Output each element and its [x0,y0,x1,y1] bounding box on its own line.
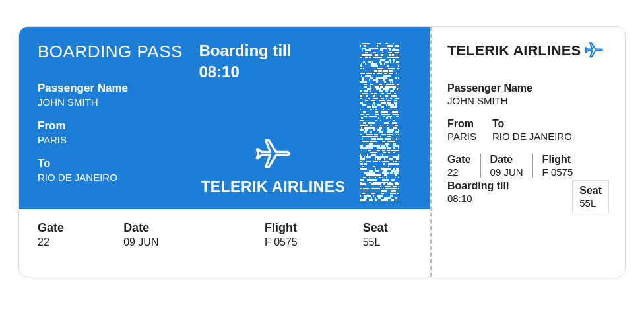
stub-seat-box: Seat 55L [572,180,609,213]
to-label: To [38,157,199,170]
stub-from-field: From PARIS [447,118,492,142]
stub-boarding-till-value: 08:10 [447,193,509,204]
left-column: BOARDING PASS Passenger Name JOHN SMITH … [38,42,199,196]
main-white-section: Gate 22 Date 09 JUN Flight F 0575 Seat 5… [19,209,430,260]
stub-gate-label: Gate [447,154,471,166]
seat-value: 55L [363,236,412,248]
date-label: Date [123,221,265,235]
airline-name: TELERIK AIRLINES [201,178,345,196]
stub-to-field: To RIO DE JANEIRO [492,118,572,142]
boarding-pass-title: BOARDING PASS [38,42,199,62]
stub-passenger-value: JOHN SMITH [447,95,609,106]
stub-boarding-till-label: Boarding till [447,180,509,192]
stub-flight-field: Flight F 0575 [532,154,583,178]
from-field: From PARIS [38,119,199,145]
flight-label: Flight [265,221,363,235]
gate-value: 22 [38,236,123,248]
passenger-label: Passenger Name [38,82,199,95]
stub-gate-field: Gate 22 [447,154,480,178]
stub-from-label: From [447,118,492,130]
from-label: From [38,119,199,133]
stub-to-value: RIO DE JANEIRO [492,131,572,142]
stub-seat-label: Seat [579,185,602,197]
stub-bottom-row: Boarding till 08:10 Seat 55L [447,180,609,216]
gate-field: Gate 22 [38,221,123,248]
stub-gate-date-flight-row: Gate 22 Date 09 JUN Flight F 0575 [447,154,609,178]
gate-label: Gate [38,221,123,235]
seat-field: Seat 55L [363,221,412,248]
stub-airline-name: TELERIK AIRLINES [447,42,581,59]
stub-to-label: To [492,118,572,130]
passenger-field: Passenger Name JOHN SMITH [38,82,199,108]
center-column: Boarding till 08:10 TELERIK AIRLINES [199,42,347,196]
boarding-pass: BOARDING PASS Passenger Name JOHN SMITH … [18,26,626,277]
stub-seat-value: 55L [579,197,602,209]
airplane-icon [585,42,603,60]
airplane-icon [255,137,291,173]
boarding-till-label: Boarding till [199,42,291,60]
boarding-till-time: 08:10 [199,63,291,81]
stub-boarding-till-field: Boarding till 08:10 [447,180,509,204]
barcode [360,43,399,201]
stub-date-field: Date 09 JUN [480,154,532,178]
stub-gate-value: 22 [447,166,471,178]
flight-value: F 0575 [265,236,363,248]
date-value: 09 JUN [123,236,265,248]
main-blue-section: BOARDING PASS Passenger Name JOHN SMITH … [19,27,430,209]
stub-from-to-row: From PARIS To RIO DE JANEIRO [447,118,609,142]
stub-flight-value: F 0575 [542,166,573,178]
stub-passenger-label: Passenger Name [447,82,609,94]
stub-date-label: Date [490,154,523,166]
main-panel: BOARDING PASS Passenger Name JOHN SMITH … [19,27,432,277]
seat-label: Seat [363,221,412,235]
stub-header: TELERIK AIRLINES [447,42,609,60]
to-value: RIO DE JANEIRO [38,172,199,183]
passenger-value: JOHN SMITH [38,96,199,108]
barcode-column [347,42,412,196]
boarding-till-block: Boarding till 08:10 [199,42,291,81]
airline-block: TELERIK AIRLINES [201,137,345,196]
stub-date-value: 09 JUN [490,166,523,178]
stub-panel: TELERIK AIRLINES Passenger Name JOHN SMI… [432,27,625,277]
stub-from-value: PARIS [447,131,492,142]
flight-field: Flight F 0575 [265,221,363,248]
stub-passenger-field: Passenger Name JOHN SMITH [447,82,609,106]
to-field: To RIO DE JANEIRO [38,157,199,183]
stub-flight-label: Flight [542,154,573,166]
from-value: PARIS [38,134,199,145]
date-field: Date 09 JUN [123,221,265,248]
